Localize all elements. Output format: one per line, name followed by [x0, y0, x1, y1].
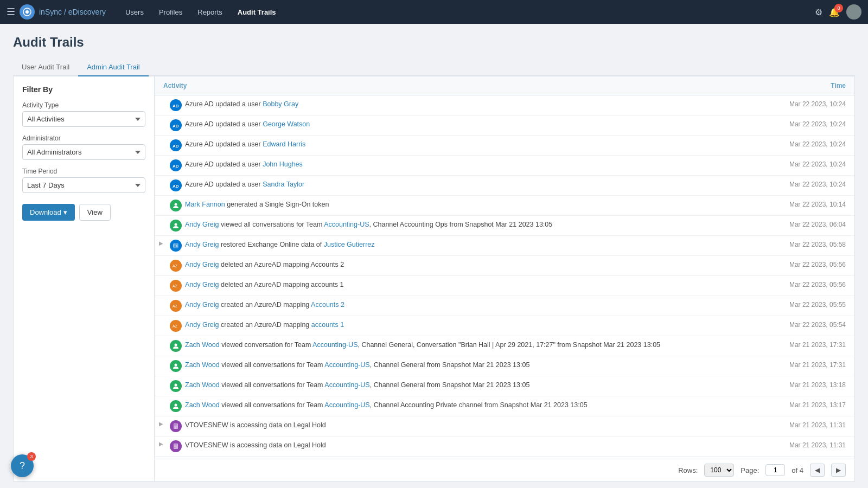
chat-widget[interactable]: ? 3 — [11, 454, 34, 477]
row-link[interactable]: George Watson — [263, 120, 310, 128]
row-link[interactable]: Mark Fannon — [185, 201, 225, 208]
row-link[interactable]: Andy Greig — [185, 261, 219, 268]
table-row: AZAndy Greig deleted an AzureAD mapping … — [155, 276, 854, 296]
top-nav: ☰ inSync / eDiscovery Users Profiles Rep… — [0, 0, 868, 24]
table-row: AZAndy Greig created an AzureAD mapping … — [155, 316, 854, 336]
next-page-button[interactable]: ▶ — [831, 464, 846, 477]
row-time: Mar 22 2023, 05:56 — [759, 280, 846, 288]
svg-rect-24 — [174, 446, 177, 446]
row-link2[interactable]: Accounting-US — [324, 381, 369, 389]
rows-per-page-select[interactable]: 100 50 25 — [704, 464, 734, 477]
download-label: Download — [30, 208, 61, 216]
prev-page-button[interactable]: ◀ — [810, 464, 825, 477]
row-link[interactable]: Zach Wood — [185, 361, 220, 369]
row-content: Zach Wood viewed all conversations for T… — [185, 380, 759, 390]
row-content: Azure AD updated a user Sandra Taylor — [185, 179, 759, 190]
nav-audit-trails[interactable]: Audit Trails — [231, 5, 283, 20]
rows-label: Rows: — [678, 466, 698, 474]
nav-profiles[interactable]: Profiles — [152, 5, 189, 20]
row-expand-icon — [159, 320, 170, 320]
row-expand-icon[interactable]: ▶ — [159, 440, 170, 447]
row-time: Mar 22 2023, 10:24 — [759, 159, 846, 168]
user-avatar[interactable] — [846, 4, 861, 20]
tab-admin-audit-trail[interactable]: Admin Audit Trail — [78, 59, 149, 76]
svg-text:AZ: AZ — [173, 284, 178, 288]
table-row: ADAzure AD updated a user Bobby GrayMar … — [155, 95, 854, 115]
row-content: Andy Greig restored Exchange Online data… — [185, 240, 759, 250]
row-link[interactable]: Edward Harris — [263, 140, 305, 148]
row-time: Mar 22 2023, 10:24 — [759, 139, 846, 148]
svg-rect-23 — [174, 445, 177, 445]
bell-icon[interactable]: 🔔 0 — [829, 7, 840, 17]
svg-point-16 — [175, 384, 177, 387]
tab-user-audit-trail[interactable]: User Audit Trail — [13, 59, 78, 76]
administrator-select[interactable]: All Administrators — [22, 144, 145, 160]
row-link[interactable]: Zach Wood — [185, 341, 220, 349]
row-expand-icon[interactable]: ▶ — [159, 420, 170, 427]
chat-badge: 3 — [27, 452, 36, 461]
table-row: Zach Wood viewed all conversations for T… — [155, 376, 854, 396]
row-link2[interactable]: accounts 1 — [311, 321, 344, 329]
row-link[interactable]: Bobby Gray — [263, 100, 298, 108]
svg-text:AD: AD — [173, 144, 179, 149]
row-activity-icon: AD — [170, 139, 185, 151]
table-row: ▶VTOVESNEW is accessing data on Legal Ho… — [155, 436, 854, 457]
row-time: Mar 21 2023, 17:31 — [759, 360, 846, 369]
time-period-label: Time Period — [22, 168, 145, 175]
table-row: ADAzure AD updated a user George WatsonM… — [155, 115, 854, 136]
col-activity-header: Activity — [163, 82, 759, 89]
table-row: Zach Wood viewed all conversations for T… — [155, 396, 854, 416]
table-row: AZAndy Greig deleted an AzureAD mapping … — [155, 256, 854, 276]
svg-text:AD: AD — [173, 184, 179, 189]
table-row: Mark Fannon generated a Single Sign-On t… — [155, 196, 854, 216]
row-link[interactable]: John Hughes — [263, 160, 303, 168]
row-activity-icon: AD — [170, 179, 185, 191]
row-link2[interactable]: Accounting-US — [312, 341, 358, 349]
row-activity-icon: AD — [170, 119, 185, 131]
content-area: Filter By Activity Type All Activities A… — [13, 76, 855, 481]
row-link[interactable]: Sandra Taylor — [263, 181, 304, 188]
col-time-header: Time — [759, 82, 846, 89]
row-link2[interactable]: Justice Gutierrez — [324, 241, 375, 248]
row-activity-icon — [170, 200, 185, 211]
row-time: Mar 22 2023, 05:55 — [759, 300, 846, 309]
row-expand-icon[interactable]: ▶ — [159, 240, 170, 246]
row-link2[interactable]: Accounts 2 — [311, 301, 344, 309]
row-expand-icon — [159, 159, 170, 160]
svg-point-6 — [175, 203, 177, 206]
nav-reports[interactable]: Reports — [191, 5, 229, 20]
row-link2[interactable]: Accounting-US — [324, 361, 369, 369]
row-activity-icon — [170, 380, 185, 392]
row-expand-icon — [159, 200, 170, 200]
activity-type-select[interactable]: All Activities — [22, 111, 145, 127]
table-area: Activity Time ADAzure AD updated a user … — [155, 76, 854, 481]
filter-group-administrator: Administrator All Administrators — [22, 134, 145, 160]
row-activity-icon: AZ — [170, 300, 185, 312]
row-content: Zach Wood viewed all conversations for T… — [185, 360, 759, 370]
row-content: Andy Greig viewed all conversations for … — [185, 220, 759, 230]
time-period-select[interactable]: Last 7 Days — [22, 177, 145, 193]
hamburger-menu[interactable]: ☰ — [7, 6, 15, 18]
svg-rect-20 — [174, 426, 177, 426]
row-link2[interactable]: Accounting-US — [324, 221, 369, 228]
row-link[interactable]: Andy Greig — [185, 321, 219, 329]
row-link[interactable]: Andy Greig — [185, 281, 219, 288]
row-link2[interactable]: Accounting-US — [324, 401, 369, 409]
row-content: Andy Greig deleted an AzureAD mapping ac… — [185, 280, 759, 290]
download-button[interactable]: Download ▾ — [22, 204, 75, 221]
nav-users[interactable]: Users — [119, 5, 150, 20]
row-link[interactable]: Zach Wood — [185, 401, 220, 409]
row-time: Mar 22 2023, 10:24 — [759, 179, 846, 188]
row-expand-icon — [159, 280, 170, 280]
row-link[interactable]: Andy Greig — [185, 221, 219, 228]
row-link[interactable]: Andy Greig — [185, 241, 219, 248]
row-link[interactable]: Andy Greig — [185, 301, 219, 309]
page-input[interactable] — [765, 464, 785, 476]
svg-point-15 — [175, 364, 177, 367]
row-link[interactable]: Zach Wood — [185, 381, 220, 389]
view-button[interactable]: View — [79, 204, 111, 221]
row-time: Mar 21 2023, 11:31 — [759, 440, 846, 449]
filter-actions: Download ▾ View — [22, 204, 145, 221]
row-content: Mark Fannon generated a Single Sign-On t… — [185, 200, 759, 210]
settings-icon[interactable]: ⚙ — [815, 7, 822, 17]
